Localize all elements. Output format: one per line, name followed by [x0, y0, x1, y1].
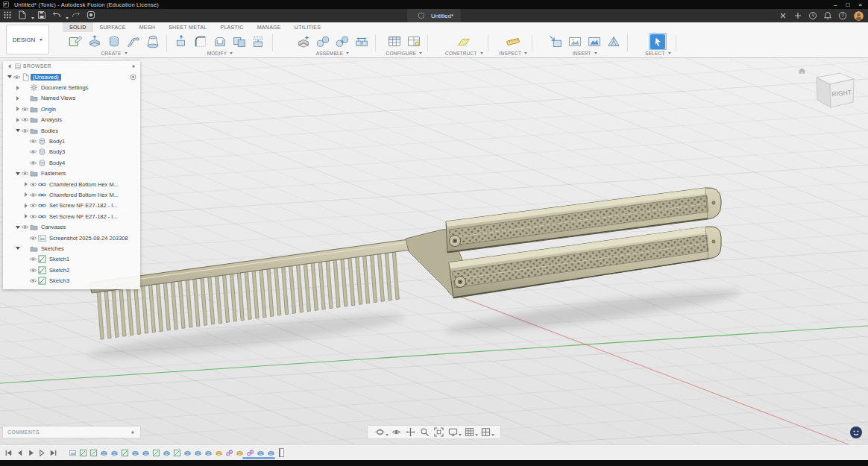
- collapse-arrow-icon[interactable]: [16, 172, 20, 175]
- tree-item-named-views[interactable]: Named Views: [3, 93, 140, 104]
- insert-derive-icon[interactable]: [547, 33, 564, 50]
- eye-icon[interactable]: [29, 148, 37, 156]
- timeline-feature-extrude-icon[interactable]: [162, 448, 171, 458]
- tree-item-document-settings[interactable]: Document Settings: [3, 82, 140, 92]
- look-at-icon[interactable]: [391, 427, 401, 437]
- combine-icon[interactable]: [230, 33, 248, 50]
- tree-item-body3[interactable]: Body3: [3, 147, 140, 157]
- close-button[interactable]: ×: [858, 1, 862, 8]
- notifications-icon[interactable]: [823, 11, 832, 20]
- tree-item-fasteners[interactable]: Fasteners: [3, 169, 140, 179]
- group-label-inspect[interactable]: INSPECT: [500, 51, 528, 56]
- file-menu-icon[interactable]: [18, 10, 27, 19]
- timeline-end-marker[interactable]: [279, 448, 284, 457]
- viewport[interactable]: BROWSER (Unsaved)Document SettingsNamed …: [0, 58, 868, 444]
- eye-icon[interactable]: [29, 191, 37, 199]
- display-settings-icon[interactable]: [448, 427, 458, 437]
- new-component-icon[interactable]: [295, 33, 312, 50]
- pan-icon[interactable]: [406, 427, 415, 437]
- eye-icon[interactable]: [29, 255, 37, 263]
- tree-item-sketch2[interactable]: Sketch2: [3, 265, 140, 275]
- extrude-icon[interactable]: [86, 33, 104, 50]
- revolve-icon[interactable]: [105, 33, 123, 50]
- tab-sheet-metal[interactable]: SHEET METAL: [162, 22, 213, 32]
- home-icon[interactable]: [798, 66, 806, 75]
- comb-model[interactable]: [89, 188, 721, 339]
- maximize-button[interactable]: □: [846, 1, 849, 8]
- tree-item-canvases[interactable]: Canvases: [3, 221, 140, 232]
- expand-arrow-icon[interactable]: [16, 107, 19, 111]
- new-sketch-icon[interactable]: [66, 33, 84, 50]
- fit-icon[interactable]: [434, 427, 444, 437]
- panel-close-dot-icon[interactable]: [130, 63, 136, 69]
- expand-arrow-icon[interactable]: [25, 192, 28, 197]
- timeline-feature-sketch-icon[interactable]: [120, 448, 129, 458]
- viewcube[interactable]: RIGHT: [806, 64, 864, 113]
- design-menu-button[interactable]: DESIGN: [6, 25, 49, 54]
- expand-arrow-icon[interactable]: [16, 118, 19, 122]
- tree-item-body4[interactable]: Body4: [3, 157, 140, 168]
- timeline-feature-joint-icon[interactable]: [224, 448, 233, 458]
- viewcube-area[interactable]: RIGHT: [798, 64, 867, 115]
- as-built-joint-icon[interactable]: [333, 33, 351, 50]
- tree-item-set-screw-nf-e27-182-i[interactable]: Set Screw NF E27-182 - I...: [3, 201, 140, 211]
- eye-icon[interactable]: [21, 169, 29, 177]
- tree-item-chamfered-bottom-hex-m[interactable]: Chamfered Bottom Hex M...: [3, 189, 140, 200]
- collapse-arrow-icon[interactable]: [16, 226, 20, 229]
- viewports-icon[interactable]: [481, 427, 491, 437]
- tree-item-screenshot-2025-08-24-203308[interactable]: Screenshot 2025-08-24 203308: [3, 233, 140, 243]
- step-forward-icon[interactable]: [38, 449, 46, 457]
- assistant-icon[interactable]: [850, 426, 862, 438]
- configuration-table-icon[interactable]: [405, 33, 423, 50]
- tree-item-sketches[interactable]: Sketches: [3, 243, 140, 254]
- new-tab-icon[interactable]: [793, 11, 802, 20]
- play-icon[interactable]: [27, 449, 35, 457]
- timeline-feature-extrude-icon[interactable]: [193, 448, 202, 458]
- job-status-icon[interactable]: [808, 11, 817, 20]
- tab-utilities[interactable]: UTILITIES: [288, 22, 327, 32]
- expand-arrow-icon[interactable]: [25, 214, 28, 218]
- tree-item-chamfered-bottom-hex-m[interactable]: Chamfered Bottom Hex M...: [3, 179, 140, 189]
- collapse-arrow-icon[interactable]: [7, 63, 13, 69]
- tree-item-bodies[interactable]: Bodies: [3, 125, 140, 136]
- tree-item-sketch3[interactable]: Sketch3: [3, 275, 140, 286]
- timeline-feature-component-icon[interactable]: [235, 448, 244, 458]
- timeline-feature-extrude-icon[interactable]: [256, 448, 265, 458]
- offset-face-icon[interactable]: [250, 33, 268, 50]
- browser-header[interactable]: BROWSER: [3, 61, 140, 71]
- eye-icon[interactable]: [21, 116, 29, 124]
- tab-surface[interactable]: SURFACE: [93, 22, 133, 32]
- timeline-feature-extrude-icon[interactable]: [183, 448, 192, 458]
- group-label-select[interactable]: SELECT: [645, 51, 671, 56]
- timeline-feature-extrude-icon[interactable]: [266, 448, 275, 458]
- tree-item-sketch1[interactable]: Sketch1: [3, 254, 140, 265]
- tree-item-unsaved[interactable]: (Unsaved): [3, 72, 140, 82]
- tab-mesh[interactable]: MESH: [133, 22, 162, 32]
- redo-icon[interactable]: [72, 10, 81, 19]
- help-icon[interactable]: ?: [838, 11, 847, 20]
- eye-icon[interactable]: [29, 212, 37, 221]
- loft-icon[interactable]: [144, 33, 162, 50]
- insert-mesh-icon[interactable]: [605, 33, 623, 50]
- construct-plane-icon[interactable]: [455, 33, 473, 50]
- eye-icon[interactable]: [29, 266, 37, 274]
- group-label-create[interactable]: CREATE: [101, 51, 127, 56]
- timeline-feature-canvas-icon[interactable]: [68, 448, 77, 458]
- configuration-icon[interactable]: [386, 33, 403, 50]
- fillet-icon[interactable]: [192, 33, 210, 50]
- expand-arrow-icon[interactable]: [25, 182, 28, 186]
- eye-icon[interactable]: [21, 223, 29, 231]
- close-tab-icon[interactable]: [779, 11, 787, 20]
- tab-plastic[interactable]: PLASTIC: [213, 22, 250, 32]
- eye-icon[interactable]: [29, 137, 37, 145]
- select-icon[interactable]: [649, 33, 667, 50]
- press-pull-icon[interactable]: [172, 33, 190, 50]
- group-label-modify[interactable]: MODIFY: [207, 51, 233, 56]
- timeline-scrollbar[interactable]: [242, 457, 275, 459]
- timeline-feature-extrude-icon[interactable]: [99, 448, 108, 458]
- tree-item-body1[interactable]: Body1: [3, 136, 140, 146]
- eye-icon[interactable]: [21, 127, 29, 135]
- orbit-icon[interactable]: [375, 427, 385, 437]
- timeline-feature-component-icon[interactable]: [214, 448, 223, 458]
- collapse-arrow-icon[interactable]: [7, 75, 12, 78]
